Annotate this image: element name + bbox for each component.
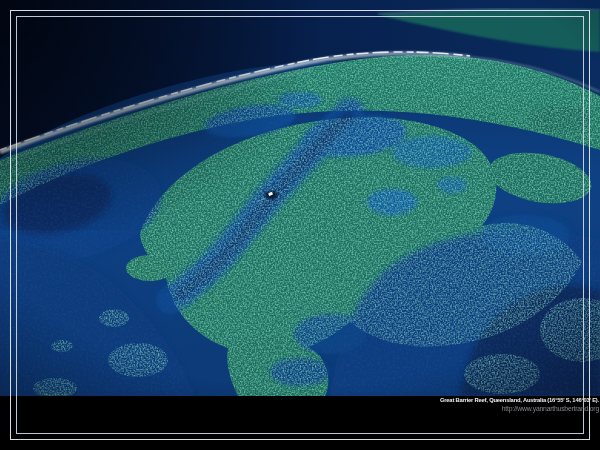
reef-photo: [0, 0, 600, 396]
caption-location: Great Barrier Reef, Queensland, Australi…: [279, 397, 599, 404]
photo-caption: Great Barrier Reef, Queensland, Australi…: [279, 397, 599, 412]
caption-url: http://www.yannarthusbertrand.org: [279, 405, 599, 412]
wallpaper: Great Barrier Reef, Queensland, Australi…: [0, 0, 600, 450]
